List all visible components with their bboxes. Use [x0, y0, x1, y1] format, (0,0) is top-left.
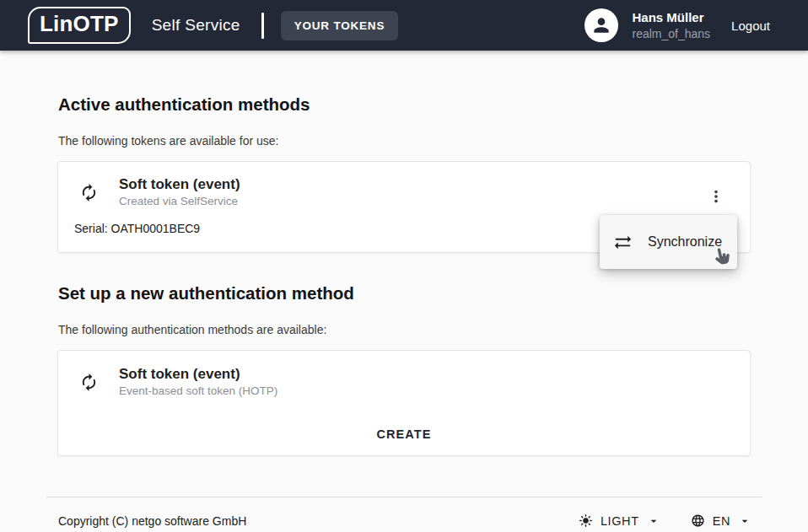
menu-item-synchronize[interactable]: Synchronize	[613, 233, 722, 252]
active-section-title: Active authentication methods	[58, 51, 751, 115]
your-tokens-button[interactable]: YOUR TOKENS	[281, 11, 399, 40]
theme-label: LIGHT	[601, 514, 639, 528]
method-card-header: Soft token (event) Event-based soft toke…	[72, 365, 736, 399]
footer-inner: Copyright (C) netgo software GmbH	[46, 497, 762, 528]
active-section-subtitle: The following tokens are available for u…	[58, 134, 751, 148]
user-name: Hans Müller	[632, 9, 710, 26]
person-icon	[590, 14, 612, 36]
method-title: Soft token (event)	[119, 365, 277, 383]
token-card-header: Soft token (event) Created via SelfServi…	[72, 175, 736, 209]
method-subtitle: Event-based soft token (HOTP)	[119, 384, 277, 397]
method-card-head-text: Soft token (event) Event-based soft toke…	[119, 365, 277, 397]
theme-selector[interactable]: LIGHT	[579, 513, 660, 528]
swap-arrows-icon	[613, 233, 633, 252]
user-realm: realm_of_hans	[632, 26, 710, 41]
setup-section-subtitle: The following authentication methods are…	[58, 323, 751, 336]
more-vert-icon	[707, 187, 725, 206]
linotp-logo[interactable]: LinOTP	[28, 7, 131, 44]
language-selector[interactable]: EN	[691, 513, 751, 528]
header-divider	[261, 13, 264, 39]
caret-down-icon	[647, 514, 660, 528]
sun-icon	[579, 513, 593, 528]
token-card-head-text: Soft token (event) Created via SelfServi…	[119, 175, 240, 207]
user-info: Hans Müller realm_of_hans	[632, 9, 710, 41]
footer: Copyright (C) netgo software GmbH	[46, 497, 762, 528]
main-content: Active authentication methods The follow…	[57, 51, 751, 528]
sync-icon	[72, 365, 105, 399]
create-button[interactable]: CREATE	[376, 427, 431, 441]
sync-icon	[72, 175, 105, 209]
method-card: Soft token (event) Event-based soft toke…	[57, 350, 751, 456]
app-header: LinOTP Self Service YOUR TOKENS Hans Mül…	[0, 0, 808, 51]
avatar[interactable]	[584, 8, 618, 42]
token-title: Soft token (event)	[119, 175, 240, 193]
logout-button[interactable]: Logout	[731, 19, 770, 33]
token-menu-button[interactable]	[704, 185, 728, 208]
copyright-text: Copyright (C) netgo software GmbH	[58, 514, 246, 528]
token-subtitle: Created via SelfService	[119, 195, 240, 207]
footer-controls: LIGHT EN	[579, 513, 751, 528]
caret-down-icon	[738, 514, 751, 528]
menu-item-label: Synchronize	[648, 234, 722, 250]
app-title: Self Service	[152, 16, 240, 35]
context-menu: Synchronize	[600, 215, 737, 269]
language-label: EN	[713, 514, 730, 528]
globe-icon	[691, 513, 705, 528]
